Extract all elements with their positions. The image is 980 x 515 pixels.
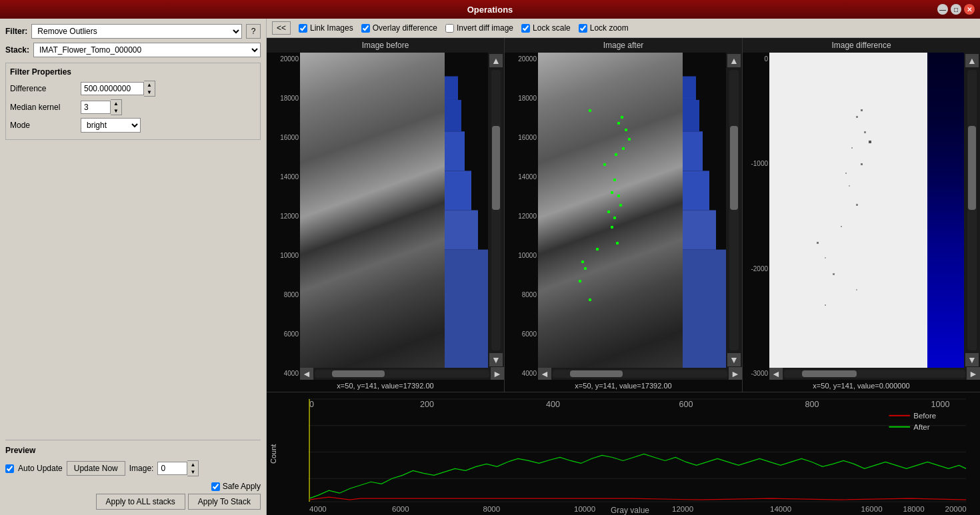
invert-diff-checkbox[interactable] [445, 24, 454, 33]
chart-y-label: Count [267, 392, 280, 515]
lock-scale-group: Lock scale [521, 23, 571, 33]
after-scroll-down[interactable]: ▼ [727, 353, 741, 366]
svg-rect-1 [445, 211, 478, 250]
median-down-btn[interactable]: ▼ [111, 107, 121, 115]
before-coord: x=50, y=141, value=17392.00 [267, 380, 504, 392]
scroll-left-arrow[interactable]: ◄ [300, 367, 313, 380]
svg-text:1000: 1000 [931, 400, 950, 409]
y-tick-2: 18000 [280, 95, 299, 102]
svg-text:20000: 20000 [945, 505, 967, 513]
before-panel: Image before 20000 18000 16000 14000 120… [267, 38, 505, 392]
lock-zoom-group: Lock zoom [579, 23, 629, 33]
lock-scale-checkbox[interactable] [521, 24, 530, 33]
toolbar: << Link Images Overlay difference Invert… [267, 19, 980, 38]
left-panel: Filter: Remove Outliers ? Stack: IMAT_Fl… [0, 19, 267, 515]
overlay-diff-label: Overlay difference [373, 23, 437, 33]
difference-up-btn[interactable]: ▲ [144, 81, 155, 89]
overlay-diff-group: Overlay difference [361, 23, 437, 33]
y-tick-8: 6000 [284, 330, 299, 338]
filter-select[interactable]: Remove Outliers [31, 24, 242, 39]
svg-text:14000: 14000 [770, 505, 791, 513]
diff-vscroll[interactable]: ▲ ▼ [964, 53, 980, 368]
filter-properties-section: Filter Properties Difference ▲ ▼ Median … [5, 63, 261, 140]
svg-rect-2 [445, 171, 471, 210]
filter-label: Filter: [5, 27, 27, 36]
lock-zoom-label: Lock zoom [590, 23, 629, 33]
lock-zoom-checkbox[interactable] [579, 24, 587, 33]
apply-all-stacks-button[interactable]: Apply to ALL stacks [96, 494, 185, 510]
diff-hscroll[interactable]: ◄ ► [769, 368, 980, 380]
invert-diff-group: Invert diff image [445, 23, 513, 33]
after-hscroll[interactable]: ◄ ► [538, 368, 742, 380]
after-title: Image after [505, 38, 742, 53]
scroll-right-arrow[interactable]: ► [491, 367, 504, 380]
title-bar: Operations — □ ✕ [0, 0, 980, 19]
scroll-up-arrow[interactable]: ▲ [489, 54, 503, 67]
median-up-btn[interactable]: ▲ [111, 100, 121, 107]
stack-select[interactable]: IMAT_Flower_Tomo_000000 [33, 43, 261, 57]
mode-label: Mode [10, 121, 77, 130]
update-now-button[interactable]: Update Now [67, 461, 125, 476]
y-tick-5: 12000 [280, 213, 299, 220]
y-tick-4: 14000 [280, 173, 299, 181]
help-button[interactable]: ? [246, 24, 261, 39]
svg-text:10000: 10000 [574, 505, 595, 513]
safe-apply-checkbox[interactable] [211, 482, 220, 491]
svg-rect-7 [683, 211, 716, 250]
median-kernel-label: Median kernel [10, 103, 77, 112]
difference-input[interactable] [81, 82, 144, 95]
svg-text:400: 400 [546, 400, 560, 409]
scroll-down-arrow[interactable]: ▼ [489, 353, 503, 366]
median-kernel-input[interactable] [81, 101, 111, 114]
chart-x-label: Gray value [611, 506, 649, 515]
diff-image-display[interactable] [769, 53, 927, 368]
right-panel: << Link Images Overlay difference Invert… [267, 19, 980, 515]
link-images-group: Link Images [299, 23, 353, 33]
image-index-input[interactable] [157, 462, 187, 475]
difference-label: Difference [10, 84, 77, 93]
after-scroll-up[interactable]: ▲ [727, 54, 741, 67]
svg-text:Before: Before [913, 412, 936, 420]
after-vscroll[interactable]: ▲ ▼ [726, 53, 742, 368]
svg-text:18000: 18000 [903, 505, 925, 513]
minimize-button[interactable]: — [937, 4, 948, 15]
svg-rect-8 [683, 171, 709, 210]
after-coord: x=50, y=141, value=17392.00 [505, 380, 742, 392]
image-index-down[interactable]: ▼ [187, 468, 198, 476]
diff-coord: x=50, y=141, value=0.000000 [743, 380, 980, 392]
before-image-display[interactable] [300, 53, 445, 368]
svg-rect-10 [683, 100, 699, 131]
filter-properties-title: Filter Properties [10, 67, 256, 77]
before-vscroll[interactable]: ▲ ▼ [488, 53, 504, 368]
y-tick-6: 10000 [280, 252, 299, 259]
y-tick-7: 8000 [284, 291, 299, 298]
close-button[interactable]: ✕ [964, 4, 975, 15]
diff-scale-bar [927, 53, 964, 368]
svg-text:800: 800 [805, 400, 819, 409]
svg-rect-12 [280, 392, 980, 515]
link-images-checkbox[interactable] [299, 24, 307, 33]
window-title: Operations [467, 5, 513, 15]
svg-text:16000: 16000 [861, 505, 883, 513]
svg-rect-11 [683, 76, 696, 99]
back-button[interactable]: << [272, 21, 291, 35]
image-index-up[interactable]: ▲ [187, 461, 198, 468]
after-histogram [683, 53, 726, 368]
svg-rect-5 [445, 76, 458, 99]
svg-rect-6 [683, 250, 726, 368]
mode-select[interactable]: bright dark both [81, 118, 141, 133]
safe-apply-label: Safe Apply [223, 482, 261, 491]
preview-title: Preview [5, 446, 261, 455]
svg-text:After: After [913, 423, 930, 431]
overlay-diff-checkbox[interactable] [361, 24, 370, 33]
maximize-button[interactable]: □ [951, 4, 961, 15]
difference-down-btn[interactable]: ▼ [144, 89, 155, 96]
before-hscroll[interactable]: ◄ ► [300, 368, 504, 380]
link-images-label: Link Images [310, 23, 353, 33]
after-image-display[interactable] [538, 53, 683, 368]
auto-update-checkbox[interactable] [5, 464, 14, 473]
after-panel: Image after 20000 18000 16000 14000 1200… [505, 38, 743, 392]
apply-to-stack-button[interactable]: Apply To Stack [188, 494, 261, 510]
svg-text:0: 0 [309, 400, 314, 409]
svg-rect-9 [683, 131, 703, 171]
